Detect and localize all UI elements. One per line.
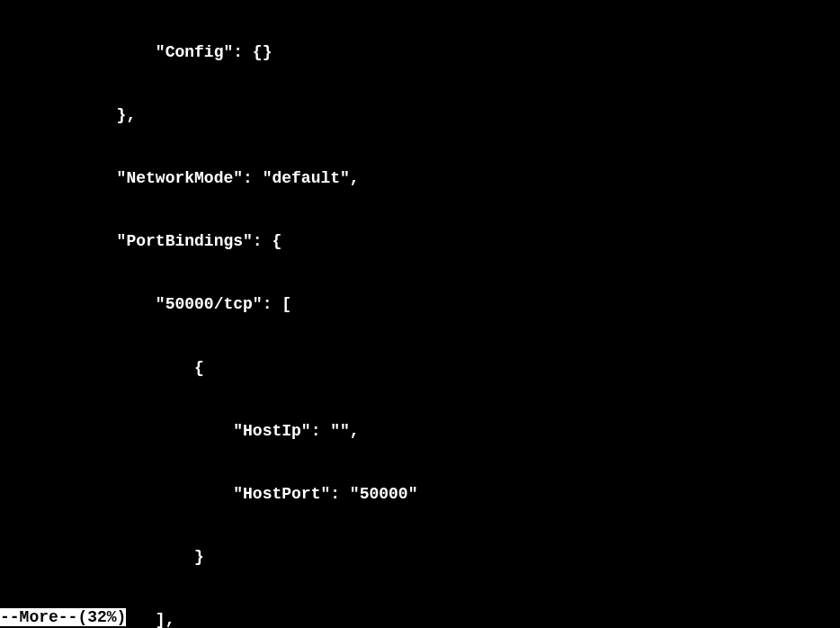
code-line: }, [0, 105, 840, 126]
code-line: "Config": {} [0, 42, 840, 63]
more-prompt-text: --More--(32%) [0, 608, 126, 626]
code-line: } [0, 547, 840, 568]
code-line: "50000/tcp": [ [0, 294, 840, 315]
more-pager-prompt[interactable]: --More--(32%) [0, 607, 126, 628]
code-line: "HostIp": "", [0, 421, 840, 442]
code-line: "NetworkMode": "default", [0, 168, 840, 189]
code-line: "HostPort": "50000" [0, 484, 840, 505]
code-line: "PortBindings": { [0, 231, 840, 252]
terminal-output: "Config": {} }, "NetworkMode": "default"… [0, 0, 840, 628]
code-line: { [0, 358, 840, 379]
